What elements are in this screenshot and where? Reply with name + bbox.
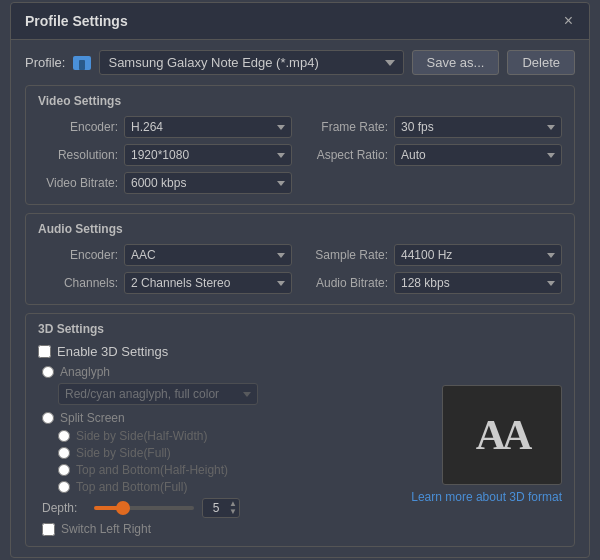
aspect-ratio-select[interactable]: Auto [394,144,562,166]
audio-bitrate-label: Audio Bitrate: [308,276,388,290]
side-by-side-half-row: Side by Side(Half-Width) [58,429,401,443]
top-bottom-full-label: Top and Bottom(Full) [76,480,187,494]
audio-settings-title: Audio Settings [38,222,562,236]
dialog-title-text: Profile Settings [25,13,128,29]
learn-more-link[interactable]: Learn more about 3D format [411,490,562,504]
frame-rate-label: Frame Rate: [308,120,388,134]
depth-label: Depth: [42,501,86,515]
dialog-title-bar: Profile Settings × [11,3,589,40]
encoder-select[interactable]: H.264 [124,116,292,138]
resolution-group: Resolution: 1920*1080 [38,144,292,166]
depth-down-button[interactable]: ▼ [229,508,237,516]
enable-3d-checkbox[interactable] [38,345,51,358]
sample-rate-label: Sample Rate: [308,248,388,262]
dialog-body: Profile: Samsung Galaxy Note Edge (*.mp4… [11,40,589,557]
video-settings-title: Video Settings [38,94,562,108]
delete-button[interactable]: Delete [507,50,575,75]
sample-rate-select[interactable]: 44100 Hz [394,244,562,266]
video-bitrate-group: Video Bitrate: 6000 kbps [38,172,292,194]
channels-label: Channels: [38,276,118,290]
audio-encoder-group: Encoder: AAC [38,244,292,266]
aspect-ratio-group: Aspect Ratio: Auto [308,144,562,166]
split-screen-radio[interactable] [42,412,54,424]
depth-spinbox: ▲ ▼ [202,498,240,518]
audio-settings-section: Audio Settings Encoder: AAC Sample Rate:… [25,213,575,305]
anaglyph-radio[interactable] [42,366,54,378]
audio-encoder-select[interactable]: AAC [124,244,292,266]
resolution-label: Resolution: [38,148,118,162]
video-settings-section: Video Settings Encoder: H.264 Frame Rate… [25,85,575,205]
device-icon [73,56,91,70]
encoder-label: Encoder: [38,120,118,134]
switch-row: Switch Left Right [42,522,401,536]
profile-settings-dialog: Profile Settings × Profile: Samsung Gala… [10,2,590,558]
depth-input[interactable] [205,501,227,515]
aspect-ratio-label: Aspect Ratio: [308,148,388,162]
depth-row: Depth: ▲ ▼ [42,498,401,518]
three-d-controls: Anaglyph Red/cyan anaglyph, full color S… [38,365,401,536]
three-d-preview-text: AA [476,411,529,459]
three-d-settings-section: 3D Settings Enable 3D Settings Anaglyph … [25,313,575,547]
frame-rate-group: Frame Rate: 30 fps [308,116,562,138]
close-button[interactable]: × [562,13,575,29]
learn-more-row: Learn more about 3D format [411,489,562,504]
profile-row: Profile: Samsung Galaxy Note Edge (*.mp4… [25,50,575,75]
split-screen-row: Split Screen [42,411,401,425]
anaglyph-select: Red/cyan anaglyph, full color [58,383,258,405]
side-by-side-half-label: Side by Side(Half-Width) [76,429,207,443]
sample-rate-group: Sample Rate: 44100 Hz [308,244,562,266]
profile-select[interactable]: Samsung Galaxy Note Edge (*.mp4) [99,50,403,75]
audio-encoder-row: Encoder: AAC Sample Rate: 44100 Hz [38,244,562,266]
side-by-side-half-radio[interactable] [58,430,70,442]
anaglyph-label[interactable]: Anaglyph [60,365,110,379]
side-by-side-full-label: Side by Side(Full) [76,446,171,460]
audio-encoder-label: Encoder: [38,248,118,262]
channels-group: Channels: 2 Channels Stereo [38,272,292,294]
video-bitrate-label: Video Bitrate: [38,176,118,190]
anaglyph-row: Anaglyph [42,365,401,379]
audio-bitrate-group: Audio Bitrate: 128 kbps [308,272,562,294]
audio-bitrate-select[interactable]: 128 kbps [394,272,562,294]
enable-3d-label[interactable]: Enable 3D Settings [57,344,168,359]
profile-label: Profile: [25,55,65,70]
enable-3d-row: Enable 3D Settings [38,344,562,359]
video-bitrate-row: Video Bitrate: 6000 kbps [38,172,562,194]
side-by-side-full-radio[interactable] [58,447,70,459]
three-d-settings-title: 3D Settings [38,322,562,336]
channels-select[interactable]: 2 Channels Stereo [124,272,292,294]
top-bottom-half-row: Top and Bottom(Half-Height) [58,463,401,477]
top-bottom-full-radio[interactable] [58,481,70,493]
three-d-preview: AA [442,385,562,485]
three-d-inner: Anaglyph Red/cyan anaglyph, full color S… [38,365,562,536]
video-bitrate-select[interactable]: 6000 kbps [124,172,292,194]
video-encoder-row: Encoder: H.264 Frame Rate: 30 fps [38,116,562,138]
save-as-button[interactable]: Save as... [412,50,500,75]
frame-rate-select[interactable]: 30 fps [394,116,562,138]
depth-arrows: ▲ ▼ [229,500,237,516]
side-by-side-full-row: Side by Side(Full) [58,446,401,460]
split-screen-label[interactable]: Split Screen [60,411,125,425]
resolution-select[interactable]: 1920*1080 [124,144,292,166]
depth-slider[interactable] [94,506,194,510]
encoder-group: Encoder: H.264 [38,116,292,138]
top-bottom-half-label: Top and Bottom(Half-Height) [76,463,228,477]
audio-channels-row: Channels: 2 Channels Stereo Audio Bitrat… [38,272,562,294]
video-resolution-row: Resolution: 1920*1080 Aspect Ratio: Auto [38,144,562,166]
anaglyph-select-row: Red/cyan anaglyph, full color [58,383,401,405]
switch-left-right-label[interactable]: Switch Left Right [61,522,151,536]
top-bottom-full-row: Top and Bottom(Full) [58,480,401,494]
top-bottom-half-radio[interactable] [58,464,70,476]
switch-left-right-checkbox[interactable] [42,523,55,536]
